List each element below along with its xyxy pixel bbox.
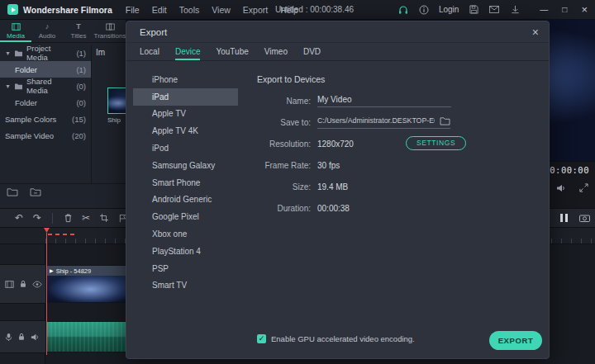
device-item-xbox-one[interactable]: Xbox one bbox=[133, 225, 238, 243]
toolbar-divider bbox=[52, 213, 53, 224]
tab-local[interactable]: Local bbox=[140, 43, 159, 60]
tree-item-count: (15) bbox=[72, 115, 86, 124]
device-item-android-generic[interactable]: Android Generic bbox=[133, 191, 238, 209]
save-icon[interactable] bbox=[468, 4, 479, 16]
tab-titles[interactable]: T Titles bbox=[63, 20, 94, 42]
audio-track-header bbox=[0, 320, 45, 353]
device-item-psp[interactable]: PSP bbox=[133, 260, 238, 277]
undo-icon[interactable]: ↶ bbox=[10, 213, 28, 223]
device-item-smart-tv[interactable]: Smart TV bbox=[133, 277, 238, 295]
field-label: Duration: bbox=[251, 204, 311, 213]
snapshot-icon[interactable] bbox=[579, 214, 590, 222]
tree-item-sample-colors[interactable]: Sample Colors (15) bbox=[0, 111, 91, 127]
tree-item-project-media[interactable]: ▼ Project Media (1) bbox=[0, 45, 91, 61]
media-panel-toolbar bbox=[7, 187, 41, 196]
tree-item-sample-video[interactable]: Sample Video (20) bbox=[0, 127, 91, 144]
close-icon[interactable]: × bbox=[581, 4, 588, 15]
export-button[interactable]: EXPORT bbox=[489, 331, 542, 350]
eye-icon[interactable] bbox=[32, 281, 42, 288]
mic-icon[interactable] bbox=[5, 333, 12, 342]
device-item-apple-tv[interactable]: Apple TV bbox=[133, 106, 238, 123]
speaker-icon[interactable] bbox=[556, 183, 566, 193]
fullscreen-icon[interactable] bbox=[579, 183, 588, 193]
add-folder-icon[interactable] bbox=[7, 187, 18, 196]
tree-item-count: (1) bbox=[76, 65, 86, 74]
device-item-smart-phone[interactable]: Smart Phone bbox=[133, 174, 238, 191]
tab-device[interactable]: Device bbox=[175, 43, 201, 60]
lock-icon[interactable] bbox=[19, 280, 27, 288]
tab-label: Transitions bbox=[94, 32, 126, 40]
speaker-icon[interactable] bbox=[31, 333, 40, 342]
device-item-apple-tv-4k[interactable]: Apple TV 4K bbox=[133, 122, 238, 139]
menu-view[interactable]: View bbox=[212, 5, 231, 15]
device-item-ipad[interactable]: iPad bbox=[133, 88, 238, 106]
settings-button[interactable]: SETTINGS bbox=[406, 136, 466, 150]
tree-item-folder-2[interactable]: Folder (0) bbox=[0, 94, 91, 111]
tab-transitions[interactable]: Transitions bbox=[94, 20, 126, 42]
app-name: Wondershare Filmora bbox=[23, 5, 112, 15]
login-button[interactable]: Login bbox=[439, 5, 459, 14]
caret-down-icon[interactable]: ▼ bbox=[5, 83, 11, 89]
menu-export[interactable]: Export bbox=[243, 5, 268, 15]
tab-label: Media bbox=[7, 32, 25, 40]
gpu-encoding-option[interactable]: ✓ Enable GPU accelerated video encoding. bbox=[257, 334, 415, 343]
tab-vimeo[interactable]: Vimeo bbox=[264, 43, 288, 60]
redo-icon[interactable]: ↷ bbox=[28, 213, 46, 223]
save-path-input[interactable]: C:/Users/Administrator.DESKTOP-E6CQ60X bbox=[317, 116, 450, 129]
field-name: Name: My Video bbox=[251, 90, 540, 111]
tab-audio[interactable]: ♪ Audio bbox=[31, 20, 63, 42]
export-dialog-header: Export × bbox=[126, 21, 549, 43]
device-list: iPhone iPad Apple TV Apple TV 4K iPod Sa… bbox=[133, 71, 238, 294]
save-path-value: C:/Users/Administrator.DESKTOP-E6CQ60X bbox=[317, 116, 435, 125]
pause-icon[interactable] bbox=[560, 214, 568, 222]
menu-edit[interactable]: Edit bbox=[152, 5, 167, 15]
device-item-iphone[interactable]: iPhone bbox=[133, 71, 238, 88]
device-item-google-pixel[interactable]: Google Pixel bbox=[133, 208, 238, 225]
menu-file[interactable]: File bbox=[126, 5, 140, 15]
delete-folder-icon[interactable] bbox=[30, 187, 41, 196]
gpu-checkbox-label: Enable GPU accelerated video encoding. bbox=[271, 334, 415, 343]
name-input[interactable]: My Video bbox=[317, 95, 451, 107]
tab-dvd[interactable]: DVD bbox=[303, 43, 321, 60]
scissors-icon[interactable]: ✂ bbox=[77, 213, 95, 223]
dialog-close-icon[interactable]: × bbox=[532, 26, 539, 38]
resolution-value: 1280x720 bbox=[317, 139, 354, 149]
crop-icon[interactable] bbox=[95, 214, 113, 222]
maximize-icon[interactable]: □ bbox=[562, 6, 567, 14]
download-icon[interactable] bbox=[509, 4, 521, 16]
field-resolution: Resolution: 1280x720 SETTINGS bbox=[251, 133, 540, 154]
export-section-title: Export to Devices bbox=[257, 74, 325, 84]
media-thumbnail-label: Ship bbox=[107, 116, 121, 124]
panel-divider bbox=[91, 45, 92, 183]
mail-icon[interactable] bbox=[488, 4, 500, 16]
media-thumbnail[interactable] bbox=[107, 87, 126, 114]
field-label: Resolution: bbox=[251, 139, 311, 149]
support-headset-icon[interactable] bbox=[397, 4, 409, 16]
tree-item-label: Folder bbox=[15, 98, 37, 107]
delete-icon[interactable] bbox=[59, 213, 77, 223]
tree-item-label: Project Media bbox=[26, 44, 73, 62]
tab-youtube[interactable]: YouTube bbox=[216, 43, 248, 60]
tree-item-count: (0) bbox=[76, 82, 86, 91]
caret-down-icon[interactable]: ▼ bbox=[5, 50, 11, 56]
tree-item-label: Shared Media bbox=[26, 77, 73, 95]
lock-icon[interactable] bbox=[17, 333, 26, 341]
gpu-checkbox[interactable]: ✓ bbox=[257, 334, 266, 343]
info-icon[interactable] bbox=[418, 4, 430, 16]
minimize-icon[interactable]: — bbox=[540, 6, 548, 14]
tab-media[interactable]: Media bbox=[0, 20, 31, 42]
media-panel-tabs: Media ♪ Audio T Titles Transitions bbox=[0, 20, 126, 43]
video-track-icon bbox=[5, 281, 14, 288]
dialog-title: Export bbox=[140, 27, 167, 37]
window-controls: — □ × bbox=[540, 4, 588, 15]
field-label: Size: bbox=[251, 182, 311, 191]
device-item-ipod[interactable]: iPod bbox=[133, 139, 238, 157]
menu-tools[interactable]: Tools bbox=[179, 5, 200, 15]
browse-folder-icon[interactable] bbox=[440, 116, 450, 125]
document-title: Untitled : 00:00:38.46 bbox=[275, 5, 354, 14]
field-label: Frame Rate: bbox=[251, 161, 311, 170]
device-item-samsung-galaxy[interactable]: Samsung Galaxy bbox=[133, 157, 238, 174]
tree-item-folder-1[interactable]: Folder (1) bbox=[0, 61, 91, 78]
device-item-playstation-4[interactable]: PlayStation 4 bbox=[133, 243, 238, 260]
tree-item-shared-media[interactable]: ▼ Shared Media (0) bbox=[0, 78, 91, 94]
